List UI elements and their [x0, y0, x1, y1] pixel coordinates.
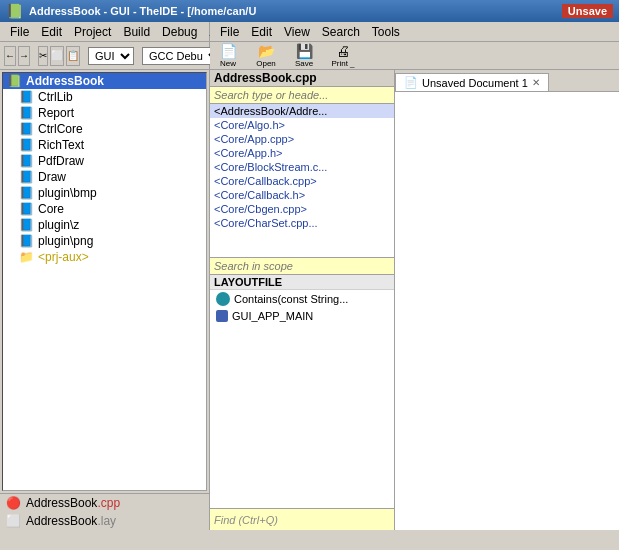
right-menu-bar: File Edit View Search Tools [210, 22, 619, 42]
tree-icon-core: 📘 [19, 202, 35, 216]
tree-icon-draw: 📘 [19, 170, 35, 184]
include-item-3[interactable]: <Core/App.h> [210, 146, 394, 160]
save-icon: 💾 [296, 43, 313, 59]
tree-label-pdfdraw: PdfDraw [38, 154, 84, 168]
editor-tabs: 📄 Unsaved Document 1 ✕ [395, 70, 619, 92]
tree-icon-pluginbmp: 📘 [19, 186, 35, 200]
symbol-gui-app-main-label: GUI_APP_MAIN [232, 310, 313, 322]
include-item-2[interactable]: <Core/App.cpp> [210, 132, 394, 146]
print-button[interactable]: 🖨 Print _ [322, 44, 364, 68]
left-panel: File Edit Project Build Debug Assist Set… [0, 22, 210, 530]
menu-edit[interactable]: Edit [35, 24, 68, 40]
tree-label-ctrllib: CtrlLib [38, 90, 73, 104]
tree-label-report: Report [38, 106, 74, 120]
tree-icon-pluginz: 📘 [19, 218, 35, 232]
open-button[interactable]: 📂 Open [246, 44, 286, 68]
tree-label-pluginbmp: plugin\bmp [38, 186, 97, 200]
tree-icon-addressbook: 📗 [7, 74, 23, 88]
include-item-4[interactable]: <Core/BlockStream.c... [210, 160, 394, 174]
tree-item-core[interactable]: 📘 Core [3, 201, 206, 217]
include-item-6[interactable]: <Core/Callback.h> [210, 188, 394, 202]
right-menu-view[interactable]: View [278, 24, 316, 40]
include-item-0[interactable]: <AddressBook/Addre... [210, 104, 394, 118]
right-menu-tools[interactable]: Tools [366, 24, 406, 40]
file-name-cpp: AddressBook.cpp [26, 496, 120, 510]
open-icon: 📂 [258, 43, 275, 59]
editor-tab-close[interactable]: ✕ [532, 77, 540, 88]
tree-icon-pdfdraw: 📘 [19, 154, 35, 168]
tree-item-report[interactable]: 📘 Report [3, 105, 206, 121]
new-label: New [220, 60, 236, 68]
build-type-combo[interactable]: GUI [88, 47, 134, 65]
contains-icon [216, 292, 230, 306]
tree-item-pluginbmp[interactable]: 📘 plugin\bmp [3, 185, 206, 201]
editor-tab-icon: 📄 [404, 76, 418, 89]
menu-project[interactable]: Project [68, 24, 117, 40]
right-toolbar: 📄 New 📂 Open 💾 Save 🖨 Print _ [210, 42, 619, 70]
window-title: AddressBook - GUI - TheIDE - [/home/can/… [29, 5, 256, 17]
type-search-input[interactable] [210, 87, 394, 104]
tree-item-richtext[interactable]: 📘 RichText [3, 137, 206, 153]
menu-build[interactable]: Build [117, 24, 156, 40]
file-item-cpp[interactable]: 🔴 AddressBook.cpp [0, 494, 209, 512]
include-item-1[interactable]: <Core/Algo.h> [210, 118, 394, 132]
tree-item-ctrllib[interactable]: 📘 CtrlLib [3, 89, 206, 105]
editor-content[interactable] [395, 92, 619, 530]
symbol-gui-app-main[interactable]: GUI_APP_MAIN [210, 308, 394, 324]
right-panel: File Edit View Search Tools 📄 New 📂 Open… [210, 22, 619, 530]
tree-label-pluginz: plugin\z [38, 218, 79, 232]
tree-icon-richtext: 📘 [19, 138, 35, 152]
symbol-contains-label: Contains(const String... [234, 293, 348, 305]
include-header: AddressBook.cpp [210, 70, 394, 87]
include-item-8[interactable]: <Core/CharSet.cpp... [210, 216, 394, 230]
open-label: Open [256, 60, 276, 68]
left-menu-bar: File Edit Project Build Debug Assist Set… [0, 22, 209, 42]
scope-search-input[interactable] [210, 257, 394, 275]
menu-debug[interactable]: Debug [156, 24, 203, 40]
menu-file[interactable]: File [4, 24, 35, 40]
print-label: Print _ [331, 60, 354, 68]
symbol-list: LAYOUTFILE Contains(const String... GUI_… [210, 275, 394, 355]
unsaved-badge: Unsave [562, 4, 613, 18]
symbol-contains[interactable]: Contains(const String... [210, 290, 394, 308]
paste-button[interactable]: 📋 [66, 46, 80, 66]
search-column: AddressBook.cpp <AddressBook/Addre... <C… [210, 70, 395, 530]
tree-item-addressbook[interactable]: 📗 AddressBook [3, 73, 206, 89]
copy-button[interactable]: ⬜ [50, 46, 64, 66]
tree-label-addressbook: AddressBook [26, 74, 104, 88]
save-button[interactable]: 💾 Save [290, 44, 318, 68]
file-item-lay[interactable]: ⬜ AddressBook.lay [0, 512, 209, 530]
tree-label-richtext: RichText [38, 138, 84, 152]
forward-button[interactable]: → [18, 46, 30, 66]
find-placeholder: Find (Ctrl+Q) [214, 514, 278, 526]
tree-item-pdfdraw[interactable]: 📘 PdfDraw [3, 153, 206, 169]
right-menu-edit[interactable]: Edit [245, 24, 278, 40]
file-name-lay: AddressBook.lay [26, 514, 116, 528]
print-icon: 🖨 [336, 43, 350, 59]
include-item-5[interactable]: <Core/Callback.cpp> [210, 174, 394, 188]
new-button[interactable]: 📄 New [214, 44, 242, 68]
tree-item-ctrlcore[interactable]: 📘 CtrlCore [3, 121, 206, 137]
editor-tab-unsaved[interactable]: 📄 Unsaved Document 1 ✕ [395, 73, 549, 91]
back-button[interactable]: ← [4, 46, 16, 66]
cut-button[interactable]: ✂ [38, 46, 48, 66]
app-icon: 📗 [6, 3, 23, 19]
tree-item-draw[interactable]: 📘 Draw [3, 169, 206, 185]
symbol-section: LAYOUTFILE [210, 275, 394, 290]
new-icon: 📄 [220, 43, 237, 59]
tree-item-pluginz[interactable]: 📘 plugin\z [3, 217, 206, 233]
editor-column: 📄 Unsaved Document 1 ✕ [395, 70, 619, 530]
include-item-7[interactable]: <Core/Cbgen.cpp> [210, 202, 394, 216]
include-list: <AddressBook/Addre... <Core/Algo.h> <Cor… [210, 104, 394, 257]
left-toolbar: ← → ✂ ⬜ 📋 GUI GCC Debu... [0, 42, 209, 70]
title-bar: 📗 AddressBook - GUI - TheIDE - [/home/ca… [0, 0, 619, 22]
find-bar[interactable]: Find (Ctrl+Q) [210, 508, 394, 530]
tree-label-draw: Draw [38, 170, 66, 184]
tree-item-prjaux[interactable]: 📁 <prj-aux> [3, 249, 206, 265]
tree-label-pluginpng: plugin\png [38, 234, 93, 248]
right-menu-search[interactable]: Search [316, 24, 366, 40]
right-menu-file[interactable]: File [214, 24, 245, 40]
file-list: 🔴 AddressBook.cpp ⬜ AddressBook.lay [0, 493, 209, 530]
project-tree[interactable]: 📗 AddressBook 📘 CtrlLib 📘 Report 📘 CtrlC… [2, 72, 207, 491]
tree-item-pluginpng[interactable]: 📘 plugin\png [3, 233, 206, 249]
